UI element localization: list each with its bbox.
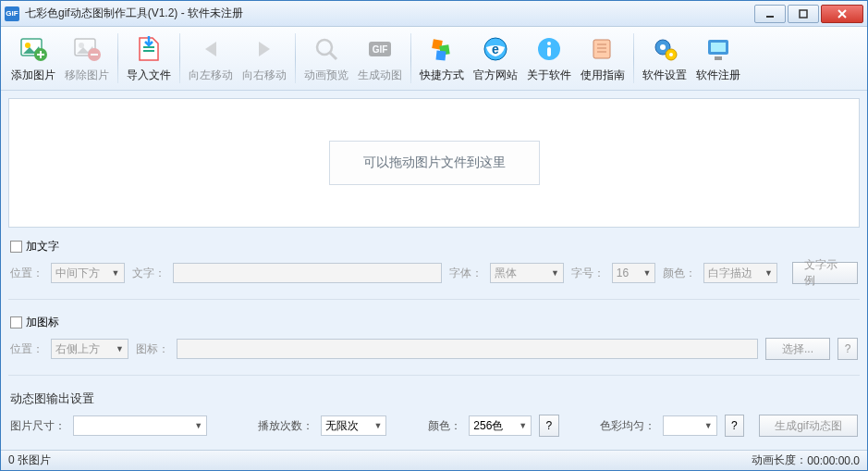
official-site-label: 官方网站 xyxy=(473,68,518,83)
add-text-label: 加文字 xyxy=(26,239,59,254)
svg-rect-1 xyxy=(800,10,807,18)
move-right-button: 向右移动 xyxy=(238,30,291,87)
gear-icon xyxy=(650,34,679,64)
image-dropzone[interactable]: 可以拖动图片文件到这里 xyxy=(8,98,860,228)
svg-line-14 xyxy=(330,53,336,59)
svg-point-32 xyxy=(669,53,673,56)
magnifier-icon xyxy=(312,34,341,64)
fontcolor-label: 颜色： xyxy=(663,266,696,281)
about-label: 关于软件 xyxy=(527,68,571,83)
move-left-button: 向左移动 xyxy=(184,30,238,87)
icon-pos-select[interactable]: 右侧上方▼ xyxy=(51,339,128,359)
svg-point-30 xyxy=(660,44,666,50)
shortcut-button[interactable]: 快捷方式 xyxy=(415,30,469,87)
svg-rect-19 xyxy=(436,50,446,60)
status-image-count: 0 张图片 xyxy=(8,452,51,468)
preview-label: 动画预览 xyxy=(304,68,348,83)
import-file-label: 导入文件 xyxy=(127,68,171,83)
divider xyxy=(8,375,860,376)
register-button[interactable]: 软件注册 xyxy=(691,30,745,87)
text-pos-select[interactable]: 中间下方▼ xyxy=(51,263,125,283)
status-duration-label: 动画长度： xyxy=(752,452,807,468)
maximize-button[interactable] xyxy=(788,5,819,23)
app-icon: GIF xyxy=(5,6,19,21)
import-file-button[interactable]: 导入文件 xyxy=(122,30,176,87)
register-label: 软件注册 xyxy=(696,68,740,83)
color-help-button[interactable]: ? xyxy=(539,415,558,437)
fontsize-label: 字号： xyxy=(571,266,605,281)
info-icon xyxy=(534,34,564,64)
size-select[interactable]: ▼ xyxy=(73,415,207,436)
book-icon xyxy=(588,34,617,64)
icon-panel: 加图标 位置： 右侧上方▼ 图标： 选择... ? xyxy=(8,311,860,364)
window-title: 七彩色gif动态图制作工具(V1.2) - 软件未注册 xyxy=(25,6,754,21)
avg-select[interactable]: ▼ xyxy=(663,415,716,436)
icon-path-input[interactable] xyxy=(177,339,758,359)
gif-icon: GIF xyxy=(365,34,395,64)
add-image-button[interactable]: 添加图片 xyxy=(6,30,60,87)
colorcount-select[interactable]: 256色▼ xyxy=(469,415,532,436)
font-label: 字体： xyxy=(449,266,483,281)
text-content-input[interactable] xyxy=(173,263,443,283)
playcount-select[interactable]: 无限次▼ xyxy=(321,415,387,436)
about-button[interactable]: 关于软件 xyxy=(522,30,576,87)
remove-image-button: 移除图片 xyxy=(60,30,114,87)
official-site-button[interactable]: e 官方网站 xyxy=(469,30,522,87)
move-left-label: 向左移动 xyxy=(189,68,233,83)
arrow-right-icon xyxy=(250,34,279,64)
text-sample-button[interactable]: 文字示例 xyxy=(792,262,858,284)
toolbar-separator xyxy=(295,33,296,83)
icon-help-button[interactable]: ? xyxy=(837,338,858,360)
chevron-down-icon: ▼ xyxy=(116,344,124,353)
avg-label: 色彩均匀： xyxy=(600,418,655,434)
toolbar: 添加图片 移除图片 导入文件 向左移动 向右移动 动画预览 GIF 生成动图 xyxy=(1,27,867,91)
chevron-down-icon: ▼ xyxy=(373,421,382,430)
window-controls xyxy=(754,5,863,23)
font-select[interactable]: 黑体▼ xyxy=(490,263,564,283)
minimize-button[interactable] xyxy=(754,5,786,23)
settings-button[interactable]: 软件设置 xyxy=(638,30,691,87)
add-text-checkbox[interactable] xyxy=(10,241,22,253)
add-icon-label: 加图标 xyxy=(26,315,59,330)
text-content-label: 文字： xyxy=(132,266,165,281)
toolbar-separator xyxy=(633,33,634,83)
icon-pos-label: 位置： xyxy=(10,341,43,357)
toolbar-separator xyxy=(117,33,118,83)
text-pos-label: 位置： xyxy=(10,266,43,281)
guide-button[interactable]: 使用指南 xyxy=(576,30,630,87)
import-file-icon xyxy=(134,34,164,64)
guide-label: 使用指南 xyxy=(581,68,625,83)
preview-button: 动画预览 xyxy=(300,30,353,87)
arrow-left-icon xyxy=(196,34,226,64)
content-area: 可以拖动图片文件到这里 加文字 位置： 中间下方▼ 文字： 字体： 黑体▼ 字号… xyxy=(1,91,867,450)
close-button[interactable] xyxy=(821,5,863,23)
svg-text:GIF: GIF xyxy=(373,44,388,55)
statusbar: 0 张图片 动画长度： 00:00:00.0 xyxy=(1,450,867,470)
toolbar-separator xyxy=(179,33,180,83)
fontcolor-select[interactable]: 白字描边▼ xyxy=(703,263,777,283)
shortcut-icon xyxy=(427,34,457,64)
play-label: 播放次数： xyxy=(258,418,313,434)
svg-rect-35 xyxy=(715,56,722,60)
text-panel: 加文字 位置： 中间下方▼ 文字： 字体： 黑体▼ 字号： 16▼ 颜色： 白字… xyxy=(8,235,860,288)
output-panel: 动态图输出设置 图片尺寸： ▼ 播放次数： 无限次▼ 颜色： 256色▼ ? 色… xyxy=(8,387,860,440)
divider xyxy=(8,299,860,300)
generate-gif-button[interactable]: 生成gif动态图 xyxy=(759,415,858,437)
avg-help-button[interactable]: ? xyxy=(725,415,744,437)
add-icon-checkbox[interactable] xyxy=(10,316,22,328)
generate-button: GIF 生成动图 xyxy=(353,30,407,87)
settings-label: 软件设置 xyxy=(642,68,687,83)
chevron-down-icon: ▼ xyxy=(642,268,651,278)
app-window: GIF 七彩色gif动态图制作工具(V1.2) - 软件未注册 添加图片 移除图… xyxy=(0,0,868,471)
size-label: 图片尺寸： xyxy=(10,418,66,434)
chevron-down-icon: ▼ xyxy=(764,268,773,278)
svg-point-13 xyxy=(317,40,332,55)
svg-rect-25 xyxy=(593,40,610,58)
chevron-down-icon: ▼ xyxy=(519,421,527,430)
monitor-icon xyxy=(703,34,733,64)
color-label: 颜色： xyxy=(428,418,461,434)
fontsize-select[interactable]: 16▼ xyxy=(612,263,656,283)
chevron-down-icon: ▼ xyxy=(551,268,559,278)
icon-path-label: 图标： xyxy=(136,341,169,357)
icon-browse-button[interactable]: 选择... xyxy=(765,338,830,360)
